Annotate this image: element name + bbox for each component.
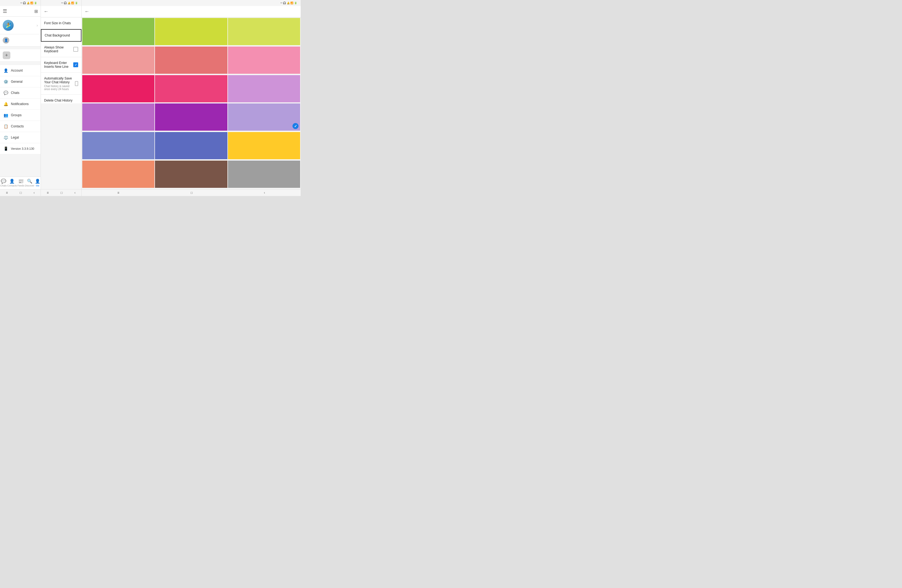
chat-background-label: Chat Background bbox=[45, 33, 78, 37]
nav-discover-icon: 🔍 bbox=[27, 178, 33, 184]
menu-icon[interactable]: ☰ bbox=[3, 8, 7, 14]
nav-me[interactable]: 👤 Me bbox=[35, 178, 40, 187]
legal-icon: ⚖️ bbox=[3, 134, 9, 141]
me-panel: ··· 🎧 🔔 📶 🔋 ☰ ⊞ › 👤 + 👤 Account ⚙️ Gener… bbox=[0, 0, 41, 196]
chats-icon: 💬 bbox=[3, 90, 9, 96]
auto-save-label: Automatically Save Your Chat History bbox=[44, 77, 75, 84]
nav-feeds-icon: 📰 bbox=[18, 178, 24, 184]
chevron-right-icon: › bbox=[36, 23, 38, 28]
bg-color-cell-4[interactable] bbox=[155, 47, 227, 74]
bg-color-cell-6[interactable] bbox=[82, 75, 154, 102]
auto-save-row[interactable]: Automatically Save Your Chat History Cha… bbox=[41, 73, 81, 95]
bg-color-cell-5[interactable] bbox=[228, 47, 300, 74]
keyboard-enter-checkbox[interactable] bbox=[73, 63, 78, 67]
status-bar-me: ··· 🎧 🔔 📶 🔋 bbox=[0, 0, 41, 6]
bg-color-cell-0[interactable] bbox=[82, 18, 154, 45]
qr-icon[interactable]: ⊞ bbox=[34, 9, 38, 14]
nav-chats-icon: 💬 bbox=[1, 178, 6, 184]
keyboard-enter-label: Keyboard Enter Inserts New Line bbox=[44, 61, 73, 69]
android-nav-me: ≡ □ ‹ bbox=[0, 189, 41, 196]
settings-account[interactable]: 👤 Account bbox=[0, 65, 41, 76]
font-size-label: Font Size in Chats bbox=[44, 21, 78, 25]
settings-groups[interactable]: 👥 Groups bbox=[0, 110, 41, 121]
android-back-bg[interactable]: ‹ bbox=[264, 191, 265, 195]
settings-version: 📱 Version 3.3.9.130 bbox=[0, 143, 41, 154]
bg-color-cell-13[interactable] bbox=[155, 132, 227, 159]
bg-color-cell-2[interactable] bbox=[228, 18, 300, 45]
android-menu-chats[interactable]: ≡ bbox=[47, 191, 49, 195]
android-menu-bg[interactable]: ≡ bbox=[117, 191, 119, 195]
contacts-icon: 📋 bbox=[3, 123, 9, 129]
bg-color-cell-16[interactable] bbox=[155, 161, 227, 188]
nav-discover-label: Discover bbox=[25, 184, 34, 187]
notifications-icon: 🔔 bbox=[3, 101, 9, 107]
chats-settings-panel: ··· 🎧 🔔 📶 🔋 ← Font Size in Chats Chat Ba… bbox=[41, 0, 82, 196]
nav-me-label: Me bbox=[36, 184, 39, 187]
settings-contacts[interactable]: 📋 Contacts bbox=[0, 121, 41, 132]
status-icons-bg: ··· 🎧 🔔 📶 🔋 bbox=[280, 2, 298, 4]
auto-save-checkbox[interactable] bbox=[75, 81, 78, 86]
create-channel-item[interactable]: + bbox=[0, 49, 41, 61]
android-home-bg[interactable]: □ bbox=[191, 191, 193, 195]
bg-color-cell-15[interactable] bbox=[82, 161, 154, 188]
legal-label: Legal bbox=[11, 136, 19, 139]
nav-discover[interactable]: 🔍 Discover bbox=[25, 178, 34, 187]
bg-color-cell-7[interactable] bbox=[155, 75, 227, 102]
chat-background-panel: ··· 🎧 🔔 📶 🔋 ← ✓ ≡ □ ‹ bbox=[82, 0, 301, 196]
nav-contacts[interactable]: 👤 Contacts bbox=[7, 178, 17, 187]
keyboard-enter-row[interactable]: Keyboard Enter Inserts New Line bbox=[41, 57, 81, 73]
always-show-keyboard-row[interactable]: Always Show Keyboard bbox=[41, 42, 81, 57]
selected-checkmark: ✓ bbox=[293, 123, 299, 129]
settings-section: 👤 Account ⚙️ General 💬 Chats 🔔 Notificat… bbox=[0, 63, 41, 154]
bg-color-cell-3[interactable] bbox=[82, 47, 154, 74]
background-color-grid: ✓ bbox=[82, 17, 301, 189]
android-home-chats[interactable]: □ bbox=[61, 191, 63, 195]
bg-color-cell-1[interactable] bbox=[155, 18, 227, 45]
pin-person-icon: 👤 bbox=[3, 37, 9, 44]
general-icon: ⚙️ bbox=[3, 79, 9, 84]
nav-chats-label: Chats bbox=[0, 184, 7, 187]
always-show-keyboard-checkbox[interactable] bbox=[73, 47, 78, 52]
general-label: General bbox=[11, 80, 23, 84]
nav-feeds[interactable]: 📰 Feeds bbox=[17, 178, 24, 187]
android-back-chats[interactable]: ‹ bbox=[74, 191, 75, 195]
chats-settings-list: Font Size in Chats Chat Background Alway… bbox=[41, 17, 81, 103]
nav-chats[interactable]: 💬 Chats bbox=[0, 178, 7, 187]
account-label: Account bbox=[11, 69, 23, 72]
settings-label bbox=[0, 63, 41, 65]
bg-color-cell-8[interactable] bbox=[228, 75, 300, 102]
avatar-image bbox=[3, 20, 14, 31]
bg-color-cell-14[interactable] bbox=[228, 132, 300, 159]
bg-color-cell-12[interactable] bbox=[82, 132, 154, 159]
account-icon: 👤 bbox=[3, 67, 9, 74]
settings-notifications[interactable]: 🔔 Notifications bbox=[0, 99, 41, 110]
groups-icon: 👥 bbox=[3, 112, 9, 118]
back-arrow-bg[interactable]: ← bbox=[85, 9, 89, 14]
android-menu-me[interactable]: ≡ bbox=[6, 191, 8, 195]
chat-background-row[interactable]: Chat Background bbox=[41, 29, 81, 42]
settings-general[interactable]: ⚙️ General bbox=[0, 76, 41, 88]
delete-history-row[interactable]: Delete Chat History bbox=[41, 95, 81, 103]
nav-feeds-label: Feeds bbox=[17, 184, 24, 187]
bg-color-cell-17[interactable] bbox=[228, 161, 300, 188]
back-arrow-chats[interactable]: ← bbox=[44, 9, 49, 14]
bottom-nav-me: 💬 Chats 👤 Contacts 📰 Feeds 🔍 Discover 👤 … bbox=[0, 177, 41, 189]
nav-me-icon: 👤 bbox=[35, 178, 40, 184]
settings-legal[interactable]: ⚖️ Legal bbox=[0, 132, 41, 143]
android-home-me[interactable]: □ bbox=[20, 191, 22, 195]
bg-color-cell-10[interactable] bbox=[155, 103, 227, 131]
profile-section[interactable]: › bbox=[0, 17, 41, 34]
bg-color-cell-9[interactable] bbox=[82, 103, 154, 131]
android-back-me[interactable]: ‹ bbox=[33, 191, 34, 195]
status-bar-chats: ··· 🎧 🔔 📶 🔋 bbox=[41, 0, 81, 6]
avatar bbox=[3, 20, 14, 31]
pin-section[interactable]: 👤 bbox=[0, 34, 41, 47]
font-size-row[interactable]: Font Size in Chats bbox=[41, 17, 81, 29]
bg-color-cell-11[interactable]: ✓ bbox=[228, 103, 300, 131]
settings-chats[interactable]: 💬 Chats bbox=[0, 88, 41, 99]
status-icons-chats: ··· 🎧 🔔 📶 🔋 bbox=[61, 2, 79, 4]
groups-label: Groups bbox=[11, 113, 22, 117]
status-icons-me: ··· 🎧 🔔 📶 🔋 bbox=[20, 2, 38, 4]
notifications-label: Notifications bbox=[11, 102, 28, 106]
channels-section-header bbox=[0, 47, 41, 49]
